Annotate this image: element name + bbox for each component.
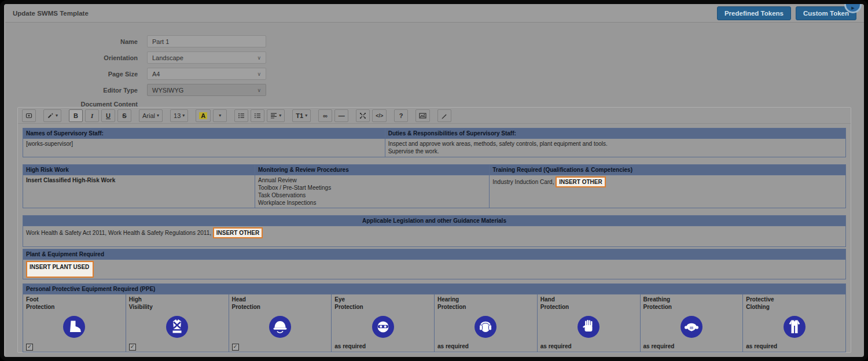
ppe-row: FootProtection✓HighVisibility✓HeadProtec… xyxy=(23,294,846,352)
paragraph-style-value: T1 xyxy=(296,112,303,119)
name-label: Name xyxy=(5,38,147,45)
font-family-dropdown[interactable]: Arial ▾ xyxy=(139,109,163,122)
wysiwyg-editor: ▾ B I U S Arial ▾ 13 ▾ A xyxy=(17,107,851,353)
page-title: Update SWMS Template xyxy=(13,10,89,17)
as-required-label: as required xyxy=(540,342,637,350)
bold-button[interactable]: B xyxy=(69,109,83,122)
expand-icon xyxy=(359,112,366,119)
ppe-cell-boot: FootProtection✓ xyxy=(23,294,126,352)
legislation-text: Work Health & Safety Act 2011, Work Heal… xyxy=(26,230,211,236)
titlebar: Update SWMS Template Predefined Tokens C… xyxy=(5,4,864,23)
helmet-icon xyxy=(269,315,292,338)
table-header-row: Plant & Equipment Required xyxy=(23,249,846,260)
page-size-row: Page Size A4 ∨ xyxy=(5,68,864,80)
name-input[interactable] xyxy=(147,35,266,47)
horizontal-rule-button[interactable]: — xyxy=(334,109,348,122)
table-row: INSERT PLANT USED xyxy=(23,260,846,279)
insert-link-button[interactable]: ∞ xyxy=(318,109,332,122)
window-frame: ▸ Update SWMS Template Predefined Tokens… xyxy=(0,0,868,361)
orientation-select[interactable]: Landscape ∨ xyxy=(147,51,266,64)
font-size-dropdown[interactable]: 13 ▾ xyxy=(170,109,188,122)
italic-button[interactable]: I xyxy=(85,109,99,122)
corner-chevron-icon: ▸ xyxy=(851,4,855,12)
table-header-row: Personal Protective Equipment Required (… xyxy=(23,284,846,294)
as-required-label: as required xyxy=(643,342,740,350)
ppe-item-name: HeadProtection xyxy=(232,296,329,311)
plant-equipment-table: Plant & Equipment Required INSERT PLANT … xyxy=(23,249,846,279)
legislation-table: Applicable Legislation and other Guidanc… xyxy=(23,215,846,247)
text-line: Inspect and approve work areas, methods,… xyxy=(388,140,843,148)
unordered-list-button[interactable] xyxy=(234,109,248,122)
fullscreen-button[interactable] xyxy=(356,109,370,122)
link-icon: ∞ xyxy=(323,112,328,119)
underline-button[interactable]: U xyxy=(101,109,115,122)
magic-style-button[interactable]: ▾ xyxy=(43,109,61,122)
orientation-value: Landscape xyxy=(152,54,183,61)
table-row: [works-supervisor] Inspect and approve w… xyxy=(23,139,846,157)
editor-toolbar: ▾ B I U S Arial ▾ 13 ▾ A xyxy=(18,108,851,124)
pen-icon xyxy=(441,112,448,119)
font-color-dropdown[interactable]: ▾ xyxy=(213,109,227,122)
brush-button[interactable] xyxy=(437,109,451,122)
insert-image-button[interactable] xyxy=(415,109,430,122)
ppe-cell-overalls: ProtectiveClothingas required xyxy=(743,294,846,352)
text-line: Workplace Inspections xyxy=(258,199,486,207)
ppe-table: Personal Protective Equipment Required (… xyxy=(23,283,846,352)
font-family-value: Arial xyxy=(142,112,155,119)
hr-icon: — xyxy=(339,112,345,119)
overalls-icon xyxy=(783,315,806,338)
chevron-down-icon: ∨ xyxy=(257,71,261,77)
editor-type-label: Editor Type xyxy=(5,87,147,94)
ppe-cell-respirator: BreathingProtectionas required xyxy=(640,294,743,352)
training-prefix: Industry Induction Card, xyxy=(492,179,554,185)
image-icon xyxy=(419,112,426,119)
name-row: Name xyxy=(5,35,864,47)
font-size-value: 13 xyxy=(174,112,181,119)
font-color-button[interactable]: A xyxy=(196,109,211,122)
predefined-tokens-button[interactable]: Predefined Tokens xyxy=(717,6,791,20)
text-line: Task Observations xyxy=(258,191,486,199)
insert-plant-used-token[interactable]: INSERT PLANT USED xyxy=(26,261,94,278)
as-required-label: as required xyxy=(334,342,431,350)
help-button[interactable]: ? xyxy=(394,109,408,122)
legislation-cell: Work Health & Safety Act 2011, Work Heal… xyxy=(23,226,846,247)
chevron-down-icon: ∨ xyxy=(257,55,261,61)
ppe-cell-vest: HighVisibility✓ xyxy=(126,294,229,352)
editor-type-select[interactable]: WYSIWYG ∨ xyxy=(147,84,266,96)
ppe-item-name: ProtectiveClothing xyxy=(746,296,843,311)
ordered-list-button[interactable] xyxy=(251,109,264,122)
paragraph-style-dropdown[interactable]: T1 ▾ xyxy=(292,109,311,122)
ppe-checkbox[interactable]: ✓ xyxy=(129,344,136,351)
insert-other-token[interactable]: INSERT OTHER xyxy=(213,227,263,238)
ppe-checkbox[interactable]: ✓ xyxy=(232,344,239,351)
bullet-list-icon xyxy=(238,112,245,119)
table-row: Insert Classified High-Risk Work Annual … xyxy=(23,175,846,208)
ppe-item-name: FootProtection xyxy=(26,296,123,311)
high-risk-table: High Risk Work Monitoring & Review Proce… xyxy=(23,164,846,208)
template-token-button[interactable] xyxy=(22,109,36,122)
legislation-header: Applicable Legislation and other Guidanc… xyxy=(23,216,846,226)
ppe-cell-helmet: HeadProtection✓ xyxy=(229,294,332,352)
boot-icon xyxy=(62,315,86,338)
document-content[interactable]: Names of Supervisory Staff: Duties & Res… xyxy=(18,124,851,352)
paragraph-align-dropdown[interactable]: ▾ xyxy=(267,109,285,122)
supervisory-duties-header: Duties & Responsibilities of Supervisory… xyxy=(385,128,845,139)
orientation-row: Orientation Landscape ∨ xyxy=(5,51,864,64)
ppe-checkbox[interactable]: ✓ xyxy=(26,344,33,351)
monitoring-cell: Annual ReviewToolbox / Pre-Start Meeting… xyxy=(255,175,490,208)
plant-header: Plant & Equipment Required xyxy=(23,249,846,260)
page-size-select[interactable]: A4 ∨ xyxy=(147,68,266,80)
high-risk-cell: Insert Classified High-Risk Work xyxy=(23,175,255,208)
insert-other-token[interactable]: INSERT OTHER xyxy=(556,176,605,187)
monitoring-header: Monitoring & Review Procedures xyxy=(255,165,490,175)
strikethrough-button[interactable]: S xyxy=(122,112,126,119)
code-view-button[interactable]: </> xyxy=(372,109,387,122)
respirator-icon xyxy=(680,315,703,338)
orientation-label: Orientation xyxy=(5,54,147,61)
supervisory-names-header: Names of Supervisory Staff: xyxy=(23,128,385,139)
ppe-item-name: HighVisibility xyxy=(129,296,226,311)
works-supervisor-cell: [works-supervisor] xyxy=(23,139,385,157)
plant-cell: INSERT PLANT USED xyxy=(23,260,846,279)
magic-wand-icon xyxy=(47,112,54,119)
ppe-cell-earmuffs: HearingProtectionas required xyxy=(435,294,538,352)
